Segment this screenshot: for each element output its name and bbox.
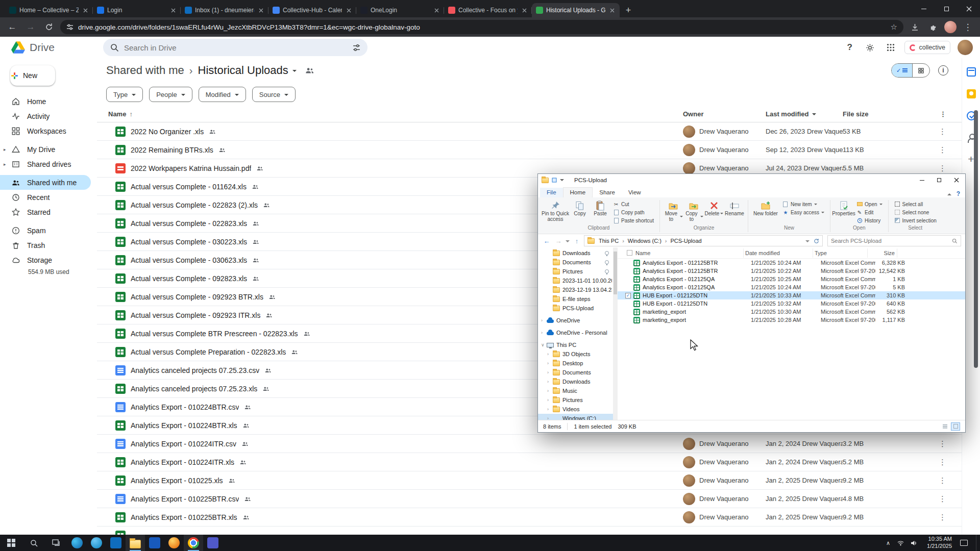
- column-header-modified[interactable]: Last modified: [766, 110, 843, 118]
- search-options-icon[interactable]: [353, 44, 360, 52]
- tab-close-icon[interactable]: [169, 7, 177, 14]
- up-icon[interactable]: ↑: [572, 237, 581, 245]
- expand-chevron-icon[interactable]: ›: [547, 352, 553, 357]
- explorer-nav-item[interactable]: Downloads: [538, 248, 613, 258]
- explorer-title-bar[interactable]: PCS-Upload: [538, 174, 965, 186]
- action-center-icon[interactable]: [960, 540, 968, 546]
- ribbon-tab-share[interactable]: Share: [593, 188, 622, 197]
- back-icon[interactable]: ←: [5, 20, 19, 34]
- copy-button[interactable]: Copy: [570, 199, 590, 224]
- explorer-nav-item[interactable]: Pictures: [538, 267, 613, 276]
- expand-chevron-icon[interactable]: ›: [547, 416, 553, 420]
- drive-logo[interactable]: Drive: [0, 41, 97, 54]
- apps-grid-icon[interactable]: [884, 41, 897, 54]
- explorer-nav-item[interactable]: ∨ This PC: [538, 340, 613, 349]
- file-row[interactable]: 2022 No Organizer .xls Drew Vaquerano De…: [97, 122, 962, 141]
- explorer-search-input[interactable]: [831, 238, 952, 244]
- explorer-nav-item[interactable]: › Videos: [538, 405, 613, 414]
- browser-tab[interactable]: OneLogin: [356, 3, 444, 17]
- refresh-icon[interactable]: [814, 238, 819, 244]
- explorer-nav-item[interactable]: › Desktop: [538, 359, 613, 368]
- reload-icon[interactable]: [42, 20, 56, 34]
- tab-close-icon[interactable]: [521, 7, 528, 14]
- browser-tab[interactable]: Home – Collective – Zendesk: [5, 3, 93, 17]
- explorer-nav-item[interactable]: › OneDrive: [538, 316, 613, 325]
- chevron-down-icon[interactable]: [805, 240, 810, 244]
- taskbar-app-icon[interactable]: [67, 535, 87, 551]
- sidebar-item-workspaces[interactable]: Workspaces: [0, 123, 91, 138]
- drive-scrollbar[interactable]: [974, 110, 978, 368]
- sidebar-item-shared-with-me[interactable]: Shared with me: [0, 175, 91, 190]
- filter-chip[interactable]: Source: [252, 87, 296, 102]
- volume-icon[interactable]: [911, 540, 919, 546]
- row-menu-icon[interactable]: ⋮: [939, 513, 946, 522]
- taskbar-search-icon[interactable]: [22, 535, 45, 551]
- explorer-file-row[interactable]: ✓ Analytics Export - 012125QA 1/21/2025 …: [618, 283, 965, 291]
- delete-button[interactable]: Delete: [704, 199, 724, 224]
- new-folder-button[interactable]: New folder: [752, 199, 779, 224]
- expand-chevron-icon[interactable]: ›: [547, 388, 553, 393]
- tab-close-icon[interactable]: [433, 7, 440, 14]
- expand-chevron-icon[interactable]: ›: [541, 330, 547, 335]
- browser-tab[interactable]: Collective-Hub - Calendar - We...: [268, 3, 356, 17]
- url-input[interactable]: [78, 23, 886, 31]
- paste-shortcut-button[interactable]: Paste shortcut: [611, 216, 656, 224]
- back-icon[interactable]: ←: [542, 237, 551, 245]
- customize-toolbar-icon[interactable]: [560, 179, 564, 183]
- explorer-file-row[interactable]: ✓ Analytics Export - 012125QA 1/21/2025 …: [618, 275, 965, 283]
- browser-tab[interactable]: Historical Uploads - Google Dri...: [532, 3, 620, 17]
- explorer-nav-item[interactable]: PCS-Upload: [538, 304, 613, 313]
- tab-close-icon[interactable]: [345, 7, 352, 14]
- ribbon-tab-view[interactable]: View: [622, 188, 648, 197]
- expand-chevron-icon[interactable]: ›: [547, 361, 553, 366]
- expand-chevron-icon[interactable]: ›: [547, 397, 553, 403]
- column-header-name[interactable]: Name: [625, 248, 744, 258]
- minimize-button[interactable]: [913, 174, 930, 186]
- column-header-type[interactable]: Type: [813, 248, 868, 258]
- breadcrumb-parent[interactable]: Shared with me: [106, 64, 184, 77]
- calendar-icon[interactable]: [967, 67, 976, 77]
- maximize-button[interactable]: [930, 174, 948, 186]
- taskbar-app-icon[interactable]: [184, 535, 203, 551]
- breadcrumb-bar[interactable]: This PCWindows (C:)PCS-Upload: [584, 235, 823, 246]
- bookmark-star-icon[interactable]: ☆: [891, 22, 897, 32]
- file-row[interactable]: Analytics Export - 010224ITR.csv Drew Va…: [97, 435, 962, 453]
- close-button[interactable]: [948, 174, 965, 186]
- explorer-nav-item[interactable]: › Downloads: [538, 377, 613, 386]
- paste-button[interactable]: Paste: [591, 199, 610, 224]
- explorer-nav-item[interactable]: › Windows (C:): [538, 414, 613, 420]
- new-item-button[interactable]: New item: [780, 200, 826, 208]
- taskbar-app-icon[interactable]: [106, 535, 126, 551]
- expand-chevron-icon[interactable]: ›: [547, 370, 553, 375]
- sidebar-item-starred[interactable]: Starred: [0, 205, 91, 219]
- help-icon[interactable]: ?: [843, 41, 856, 54]
- explorer-nav-item[interactable]: › Pictures: [538, 395, 613, 405]
- row-menu-icon[interactable]: ⋮: [939, 476, 946, 485]
- rename-button[interactable]: Rename: [725, 199, 744, 224]
- select-none-button[interactable]: Select none: [892, 208, 939, 216]
- row-menu-icon[interactable]: ⋮: [939, 127, 946, 136]
- filter-chip[interactable]: Type: [106, 87, 143, 102]
- recent-locations-icon[interactable]: [566, 240, 570, 244]
- row-menu-icon[interactable]: ⋮: [939, 145, 946, 155]
- filter-chip[interactable]: Modified: [199, 87, 246, 102]
- explorer-nav-item[interactable]: E-file steps: [538, 294, 613, 304]
- breadcrumb-segment[interactable]: This PC: [599, 238, 628, 244]
- copy-to-button[interactable]: Copy to: [684, 199, 703, 224]
- select-all-button[interactable]: Select all: [892, 200, 939, 208]
- explorer-nav-item[interactable]: Documents: [538, 258, 613, 267]
- history-button[interactable]: History: [854, 216, 884, 224]
- pin-to-quick-access-button[interactable]: Pin to Quick access: [542, 199, 569, 224]
- tab-close-icon[interactable]: [608, 7, 616, 14]
- edit-button[interactable]: ✎Edit: [854, 208, 884, 216]
- nav-pane-scrollbar[interactable]: [613, 247, 618, 420]
- account-avatar[interactable]: [958, 40, 973, 55]
- sidebar-item-trash[interactable]: Trash: [0, 238, 91, 253]
- explorer-file-row[interactable]: ✓ marketing_export 1/21/2025 10:28 AM Mi…: [618, 316, 965, 324]
- taskbar-app-icon[interactable]: [87, 535, 106, 551]
- close-button[interactable]: [958, 0, 980, 17]
- easy-access-button[interactable]: ★Easy access: [780, 208, 826, 216]
- chevron-right-icon[interactable]: ▸: [4, 147, 6, 152]
- column-header-date[interactable]: Date modified: [744, 248, 813, 258]
- drive-search[interactable]: [103, 39, 368, 56]
